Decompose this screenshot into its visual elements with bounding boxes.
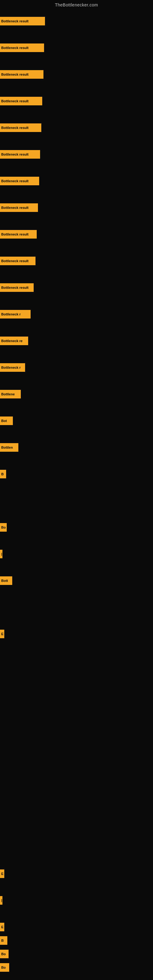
bottleneck-bar: Bottleneck result <box>0 123 41 132</box>
bottleneck-bar: | <box>0 550 2 558</box>
bottleneck-bar: E <box>0 630 4 638</box>
bottleneck-label: Bottleneck result <box>1 73 29 76</box>
bottleneck-bar: Bo <box>0 523 7 531</box>
bottleneck-label: Bottleneck result <box>1 179 29 183</box>
bottleneck-label: Bottleneck result <box>1 259 29 263</box>
bottleneck-label: Bottleneck result <box>1 99 29 103</box>
bottleneck-label: Bottleneck result <box>1 126 29 130</box>
bottleneck-bar: | <box>0 896 2 905</box>
site-title: TheBottlenecker.com <box>0 0 153 9</box>
bottleneck-label: | <box>1 552 2 556</box>
bottleneck-label: Bo <box>1 952 6 956</box>
bottleneck-bar: Bo <box>0 963 9 972</box>
bottleneck-label: Bo <box>1 525 6 529</box>
bottleneck-label: B <box>1 939 4 942</box>
bottleneck-label: Bottleneck r <box>1 312 21 316</box>
bottleneck-label: Bottlen <box>1 445 13 449</box>
bottleneck-label: Bott <box>1 579 8 582</box>
bottleneck-label: Bottleneck re <box>1 339 22 343</box>
bottleneck-label: Bot <box>1 419 7 423</box>
bottleneck-bar: Bot <box>0 417 13 425</box>
bottleneck-bar: Bottleneck result <box>0 257 35 265</box>
bottleneck-label: Bottleneck result <box>1 232 29 236</box>
bottleneck-label: Bo <box>1 966 6 969</box>
bottleneck-label: E <box>1 632 3 636</box>
bottleneck-label: Bottleneck r <box>1 366 21 369</box>
bottleneck-bar: Bottleneck result <box>0 204 38 212</box>
bottleneck-label: E <box>1 872 3 875</box>
bottleneck-label: Bottleneck result <box>1 46 29 49</box>
bottleneck-label: Bottleneck result <box>1 286 29 290</box>
bottleneck-bar: Bottleneck re <box>0 337 28 345</box>
bottleneck-label: Bottleneck result <box>1 19 29 23</box>
bottleneck-bar: Bottleneck result <box>0 97 42 105</box>
bottleneck-bar: Bottleneck result <box>0 17 45 25</box>
bottleneck-bar: Bottleneck result <box>0 70 43 79</box>
bottleneck-bar: E <box>0 923 4 931</box>
bottleneck-bar: Bott <box>0 576 12 585</box>
bottleneck-bar: Bottlen <box>0 443 18 452</box>
bottleneck-label: Bottleneck result <box>1 206 29 210</box>
bottleneck-bar: Bottleneck result <box>0 177 39 185</box>
bottleneck-bar: Bottleneck result <box>0 230 37 239</box>
bottleneck-bar: B <box>0 470 6 478</box>
bottleneck-bar: Bo <box>0 950 9 958</box>
bottleneck-bar: Bottleneck r <box>0 310 30 318</box>
bottleneck-bar: Bottleneck result <box>0 283 33 292</box>
bottleneck-bar: E <box>0 869 4 878</box>
bottleneck-bar: Bottlene <box>0 390 21 398</box>
bottleneck-label: | <box>1 899 2 902</box>
bottleneck-label: B <box>1 472 4 476</box>
bottleneck-bar: Bottleneck result <box>0 43 44 52</box>
bottleneck-bar: Bottleneck r <box>0 363 25 372</box>
bottleneck-bar: B <box>0 936 7 945</box>
bottleneck-bar: Bottleneck result <box>0 150 40 159</box>
bottleneck-label: Bottlene <box>1 392 15 396</box>
bottleneck-label: Bottleneck result <box>1 153 29 156</box>
bottleneck-label: E <box>1 925 3 929</box>
